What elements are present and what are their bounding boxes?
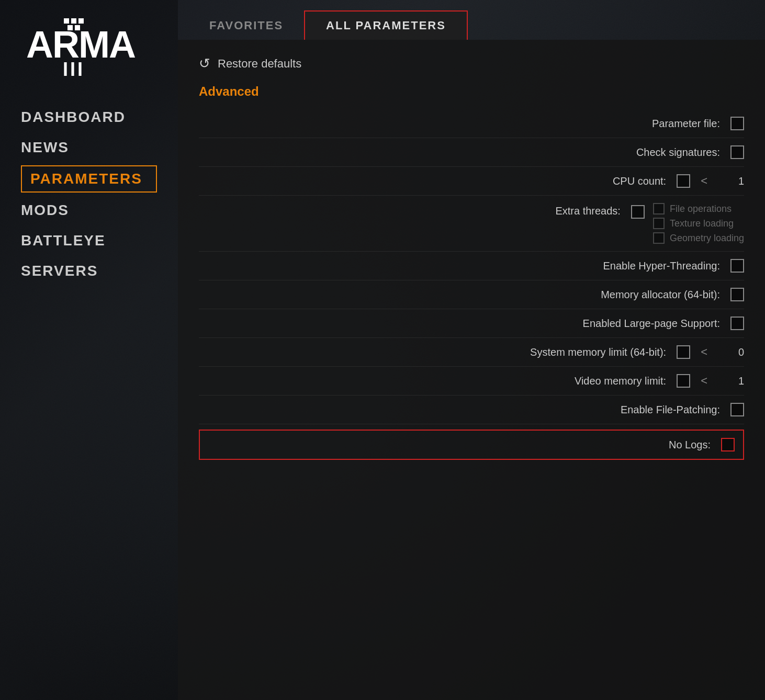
param-label-parameter-file: Parameter file: <box>199 118 730 130</box>
parameters-content: ↺ Restore defaults Advanced Parameter fi… <box>178 40 765 700</box>
stepper-value-system-memory-limit: 0 <box>713 346 744 358</box>
param-label-video-memory-limit: Video memory limit: <box>199 375 677 387</box>
svg-rect-3 <box>64 18 69 24</box>
param-label-no-logs: No Logs: <box>208 439 721 451</box>
param-label-file-patching: Enable File-Patching: <box>199 404 730 416</box>
label-file-operations: File operations <box>670 204 732 214</box>
main-content: FAVORITES ALL PARAMETERS ↺ Restore defau… <box>178 0 765 700</box>
param-row-file-patching: Enable File-Patching: <box>199 396 744 424</box>
param-row-no-logs: No Logs: <box>199 430 744 460</box>
checkbox-hyper-threading[interactable] <box>730 259 744 273</box>
tabs-bar: FAVORITES ALL PARAMETERS <box>178 0 765 40</box>
svg-rect-7 <box>75 25 80 30</box>
param-label-check-signatures: Check signatures: <box>199 146 730 159</box>
sidebar-item-news[interactable]: NEWS <box>21 135 157 160</box>
extra-option-file-operations: File operations <box>653 203 744 214</box>
stepper-left-cpu-count[interactable]: < <box>695 174 713 188</box>
checkbox-file-patching[interactable] <box>730 403 744 416</box>
checkbox-geometry-loading[interactable] <box>653 232 665 244</box>
stepper-value-cpu-count: 1 <box>713 175 744 187</box>
checkbox-cpu-count[interactable] <box>677 174 690 188</box>
label-texture-loading: Texture loading <box>670 218 734 229</box>
sidebar-item-mods[interactable]: MODS <box>21 198 157 223</box>
stepper-left-system-memory-limit[interactable]: < <box>695 345 713 359</box>
checkbox-system-memory-limit[interactable] <box>677 345 690 359</box>
param-label-memory-allocator: Memory allocator (64-bit): <box>199 289 730 301</box>
param-row-check-signatures: Check signatures: <box>199 138 744 167</box>
param-row-extra-threads: Extra threads: File operations Texture l… <box>199 196 744 252</box>
restore-icon: ↺ <box>199 55 210 72</box>
checkbox-memory-allocator[interactable] <box>730 288 744 301</box>
checkbox-video-memory-limit[interactable] <box>677 374 690 388</box>
svg-rect-5 <box>78 18 84 24</box>
sidebar-item-dashboard[interactable]: DASHBOARD <box>21 105 157 130</box>
svg-rect-4 <box>71 18 76 24</box>
sidebar-item-parameters[interactable]: PARAMETERS <box>21 165 157 193</box>
extra-option-geometry-loading: Geometry loading <box>653 232 744 244</box>
svg-rect-6 <box>68 25 73 30</box>
checkbox-large-page-support[interactable] <box>730 317 744 330</box>
stepper-video-memory-limit: < 1 <box>695 374 744 388</box>
label-geometry-loading: Geometry loading <box>670 233 744 244</box>
stepper-cpu-count: < 1 <box>695 174 744 188</box>
tab-all-parameters[interactable]: ALL PARAMETERS <box>304 10 468 40</box>
param-label-large-page-support: Enabled Large-page Support: <box>199 318 730 330</box>
tab-favorites[interactable]: FAVORITES <box>188 12 304 40</box>
stepper-system-memory-limit: < 0 <box>695 345 744 359</box>
sidebar-item-battleye[interactable]: BATTLEYE <box>21 228 157 253</box>
checkbox-check-signatures[interactable] <box>730 145 744 159</box>
checkbox-extra-threads[interactable] <box>631 205 645 219</box>
param-label-cpu-count: CPU count: <box>199 175 677 187</box>
param-row-large-page-support: Enabled Large-page Support: <box>199 309 744 338</box>
param-label-hyper-threading: Enable Hyper-Threading: <box>199 260 730 272</box>
checkbox-file-operations[interactable] <box>653 203 665 214</box>
param-row-memory-allocator: Memory allocator (64-bit): <box>199 280 744 309</box>
extra-threads-suboptions: File operations Texture loading Geometry… <box>653 203 744 244</box>
restore-defaults-button[interactable]: ↺ Restore defaults <box>199 55 744 72</box>
param-row-hyper-threading: Enable Hyper-Threading: <box>199 252 744 280</box>
checkbox-texture-loading[interactable] <box>653 218 665 229</box>
param-row-video-memory-limit: Video memory limit: < 1 <box>199 367 744 396</box>
extra-option-texture-loading: Texture loading <box>653 218 744 229</box>
app-logo: ARMA III <box>21 16 136 84</box>
stepper-left-video-memory-limit[interactable]: < <box>695 374 713 388</box>
sidebar-nav: DASHBOARD NEWS PARAMETERS MODS BATTLEYE … <box>21 105 157 284</box>
param-row-cpu-count: CPU count: < 1 <box>199 167 744 196</box>
param-label-system-memory-limit: System memory limit (64-bit): <box>199 346 677 358</box>
stepper-value-video-memory-limit: 1 <box>713 375 744 387</box>
param-label-extra-threads: Extra threads: <box>199 203 631 217</box>
checkbox-parameter-file[interactable] <box>730 117 744 130</box>
svg-text:III: III <box>63 59 85 80</box>
section-advanced-title: Advanced <box>199 84 744 99</box>
sidebar-item-servers[interactable]: SERVERS <box>21 258 157 284</box>
sidebar: ARMA III DASHBOARD NEWS PARAMETERS MODS … <box>0 0 178 700</box>
param-row-system-memory-limit: System memory limit (64-bit): < 0 <box>199 338 744 367</box>
checkbox-no-logs[interactable] <box>721 438 735 451</box>
param-row-parameter-file: Parameter file: <box>199 109 744 138</box>
restore-defaults-label: Restore defaults <box>218 57 301 71</box>
